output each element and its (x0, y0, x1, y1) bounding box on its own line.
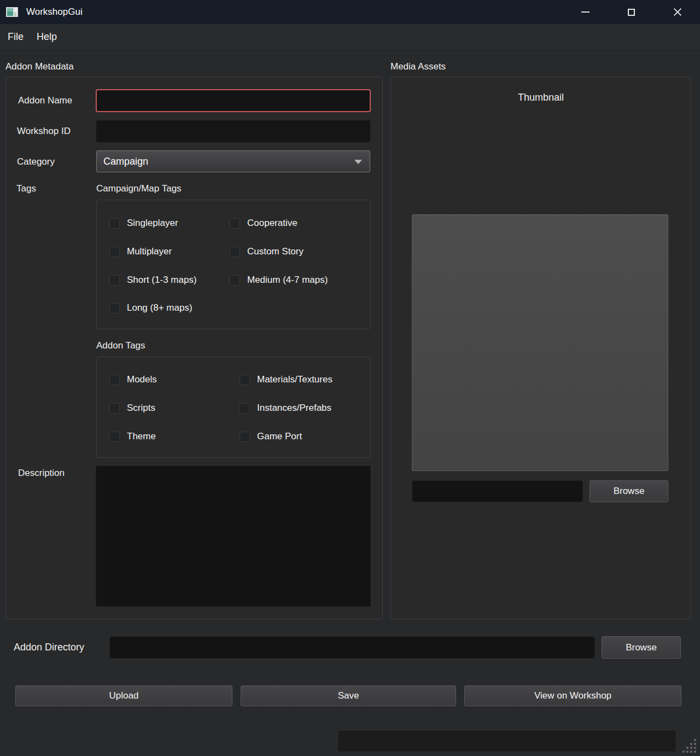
checkbox-box (240, 403, 250, 414)
description-label: Description (18, 468, 65, 479)
checkbox-label: Instances/Prefabs (257, 403, 331, 414)
workshop-id-label: Workshop ID (17, 126, 71, 137)
checkbox-label: Singleplayer (127, 218, 178, 229)
addon-directory-input[interactable] (109, 636, 595, 659)
checkbox-label: Medium (4-7 maps) (247, 275, 328, 286)
status-progress-bar (337, 730, 676, 752)
campaign-tags-box: Singleplayer Cooperative Multiplayer Cus… (96, 200, 371, 329)
media-section-title: Media Assets (390, 61, 446, 72)
checkbox-label: Game Port (257, 431, 302, 442)
workshop-id-input[interactable] (96, 120, 371, 143)
category-dropdown[interactable]: Campaign (96, 150, 370, 172)
checkbox-label: Custom Story (247, 246, 304, 257)
checkbox-box (230, 218, 240, 229)
close-button[interactable] (654, 0, 700, 24)
checkbox-short[interactable]: Short (1-3 maps) (109, 274, 197, 287)
menu-help[interactable]: Help (31, 29, 62, 45)
upload-button[interactable]: Upload (15, 685, 232, 706)
minimize-button[interactable] (562, 0, 608, 24)
directory-browse-button[interactable]: Browse (602, 636, 681, 659)
titlebar: WorkshopGui (0, 0, 700, 24)
window-title: WorkshopGui (26, 7, 83, 18)
checkbox-box (109, 303, 120, 313)
app-image-icon (5, 5, 19, 19)
checkbox-instances-prefabs[interactable]: Instances/Prefabs (240, 402, 331, 415)
maximize-button[interactable] (608, 0, 654, 24)
campaign-tags-title: Campaign/Map Tags (96, 183, 182, 194)
checkbox-box (109, 218, 120, 229)
minimize-icon (581, 11, 590, 13)
checkbox-label: Scripts (127, 403, 155, 414)
checkbox-singleplayer[interactable]: Singleplayer (109, 217, 178, 230)
tags-label: Tags (16, 183, 36, 194)
checkbox-theme[interactable]: Theme (109, 430, 156, 443)
checkbox-label: Models (127, 374, 157, 385)
checkbox-scripts[interactable]: Scripts (109, 402, 155, 415)
thumbnail-label: Thumbnail (390, 92, 691, 103)
checkbox-box (109, 247, 120, 257)
resize-grip[interactable] (682, 739, 698, 754)
checkbox-label: Long (8+ maps) (127, 303, 192, 313)
description-textarea[interactable] (96, 466, 371, 607)
checkbox-label: Theme (127, 431, 156, 442)
addon-tags-title: Addon Tags (96, 340, 145, 351)
addon-tags-box: Models Materials/Textures Scripts Instan… (96, 357, 371, 458)
metadata-section-title: Addon Metadata (5, 61, 74, 72)
maximize-icon (628, 9, 635, 16)
checkbox-label: Cooperative (247, 218, 298, 229)
checkbox-label: Materials/Textures (257, 374, 332, 385)
thumbnail-preview (412, 214, 668, 471)
thumbnail-browse-button[interactable]: Browse (590, 480, 668, 502)
addon-name-input[interactable] (96, 89, 371, 112)
addon-directory-label: Addon Directory (14, 642, 84, 653)
menu-file[interactable]: File (2, 29, 29, 45)
chevron-down-icon (354, 160, 362, 164)
checkbox-cooperative[interactable]: Cooperative (230, 217, 298, 230)
checkbox-box (230, 275, 240, 286)
checkbox-box (109, 432, 120, 442)
checkbox-medium[interactable]: Medium (4-7 maps) (230, 274, 328, 287)
checkbox-label: Short (1-3 maps) (127, 275, 197, 286)
checkbox-box (109, 275, 120, 286)
checkbox-multiplayer[interactable]: Multiplayer (109, 245, 172, 258)
checkbox-box (109, 375, 120, 385)
category-label: Category (17, 156, 55, 167)
checkbox-box (240, 375, 250, 385)
save-button[interactable]: Save (241, 685, 456, 706)
addon-name-label: Addon Name (18, 95, 72, 106)
checkbox-long[interactable]: Long (8+ maps) (109, 301, 192, 315)
thumbnail-path-input[interactable] (412, 480, 583, 502)
checkbox-game-port[interactable]: Game Port (240, 430, 302, 443)
checkbox-models[interactable]: Models (109, 373, 157, 386)
view-on-workshop-button[interactable]: View on Workshop (464, 685, 681, 706)
checkbox-box (230, 247, 240, 257)
checkbox-label: Multiplayer (127, 246, 172, 257)
close-icon (673, 8, 681, 16)
checkbox-materials-textures[interactable]: Materials/Textures (240, 373, 332, 386)
checkbox-custom-story[interactable]: Custom Story (230, 245, 304, 258)
checkbox-box (109, 403, 120, 414)
checkbox-box (240, 432, 250, 442)
menubar: File Help (0, 24, 700, 50)
category-selected-value: Campaign (103, 156, 148, 167)
